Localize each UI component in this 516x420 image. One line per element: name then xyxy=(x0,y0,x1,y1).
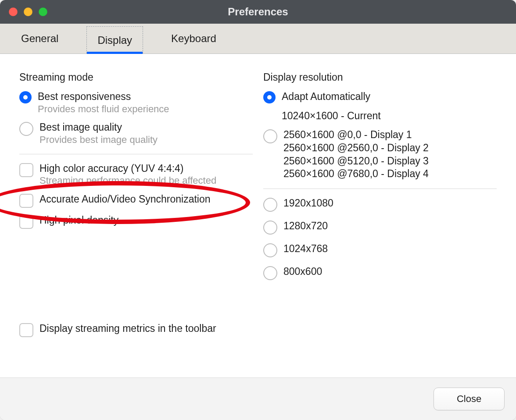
option-res-1280x720[interactable]: 1280x720 xyxy=(263,220,497,235)
radio-icon xyxy=(19,122,33,136)
window-controls xyxy=(9,7,47,16)
option-label: Adapt Automatically xyxy=(282,90,370,103)
option-subtext: Provides best image quality xyxy=(39,134,158,146)
close-button[interactable]: Close xyxy=(434,388,505,410)
zoom-window-button[interactable] xyxy=(39,7,47,16)
button-label: Close xyxy=(457,393,481,405)
tab-label: Display xyxy=(97,34,132,46)
option-label: 1920x1080 xyxy=(283,197,333,210)
option-adapt-automatically[interactable]: Adapt Automatically xyxy=(263,90,497,103)
option-label: Display streaming metrics in the toolbar xyxy=(39,322,216,335)
tab-keyboard[interactable]: Keyboard xyxy=(161,24,227,53)
tab-label: General xyxy=(21,32,58,45)
option-display-metrics[interactable]: Display streaming metrics in the toolbar xyxy=(19,322,216,337)
option-label: High pixel density xyxy=(39,214,118,227)
display-resolution-section: Display resolution Adapt Automatically 1… xyxy=(263,71,497,396)
tabs: General Display Keyboard xyxy=(0,24,516,54)
option-label: 1280x720 xyxy=(283,220,328,232)
tab-general[interactable]: General xyxy=(11,24,69,53)
option-label: 800x600 xyxy=(283,265,322,278)
minimize-window-button[interactable] xyxy=(24,7,32,16)
radio-icon xyxy=(263,129,277,143)
option-subtext: Streaming performance could be affected xyxy=(39,174,216,187)
option-res-800x600[interactable]: 800x600 xyxy=(263,265,497,280)
close-window-button[interactable] xyxy=(9,7,18,16)
display-resolution-title: Display resolution xyxy=(263,71,497,83)
option-res-1024x768[interactable]: 1024x768 xyxy=(263,242,497,257)
option-best-responsiveness[interactable]: Best responsiveness Provides most fluid … xyxy=(19,90,253,115)
display-line: 2560×1600 @2560,0 - Display 2 xyxy=(283,142,429,155)
checkbox-icon xyxy=(19,323,33,337)
checkbox-icon xyxy=(19,194,33,208)
streaming-mode-section: Streaming mode Best responsiveness Provi… xyxy=(19,71,253,396)
radio-icon xyxy=(263,91,276,103)
option-label: Best responsiveness xyxy=(38,90,169,103)
option-best-quality[interactable]: Best image quality Provides best image q… xyxy=(19,121,253,146)
radio-icon xyxy=(263,266,277,280)
display-line: 2560×1600 @0,0 - Display 1 xyxy=(283,128,429,142)
display-line: 2560×1600 @7680,0 - Display 4 xyxy=(283,167,429,181)
option-av-sync[interactable]: Accurate Audio/Video Synchronization xyxy=(19,193,253,208)
option-label: Best image quality xyxy=(39,121,158,134)
display-line: 2560×1600 @5120,0 - Display 3 xyxy=(283,155,429,168)
option-high-color-accuracy[interactable]: High color accuracy (YUV 4:4:4) Streamin… xyxy=(19,162,253,187)
tab-display[interactable]: Display xyxy=(86,26,143,53)
radio-icon xyxy=(263,198,277,212)
checkbox-icon xyxy=(19,163,33,177)
content-area: Streaming mode Best responsiveness Provi… xyxy=(0,54,516,396)
radio-icon xyxy=(263,243,277,257)
option-multi-display[interactable]: 2560×1600 @0,0 - Display 1 2560×1600 @25… xyxy=(263,128,497,181)
divider xyxy=(263,189,497,189)
option-high-pixel-density[interactable]: High pixel density xyxy=(19,214,253,229)
checkbox-icon xyxy=(19,215,33,229)
option-subtext: Provides most fluid experience xyxy=(38,103,169,115)
preferences-window: Preferences General Display Keyboard Str… xyxy=(0,0,516,420)
footer: Close xyxy=(0,377,516,420)
option-res-1920x1080[interactable]: 1920x1080 xyxy=(263,197,497,212)
tab-label: Keyboard xyxy=(171,32,216,45)
divider xyxy=(19,154,253,154)
titlebar: Preferences xyxy=(0,0,516,24)
streaming-mode-title: Streaming mode xyxy=(19,71,253,83)
radio-icon xyxy=(263,221,277,235)
radio-icon xyxy=(19,91,32,103)
window-title: Preferences xyxy=(0,6,516,18)
option-label: 1024x768 xyxy=(283,242,328,255)
current-resolution-info: 10240×1600 - Current xyxy=(263,110,497,122)
option-label: High color accuracy (YUV 4:4:4) xyxy=(39,162,216,175)
option-label: Accurate Audio/Video Synchronization xyxy=(39,193,211,206)
current-resolution-label: 10240×1600 - Current xyxy=(282,110,381,122)
